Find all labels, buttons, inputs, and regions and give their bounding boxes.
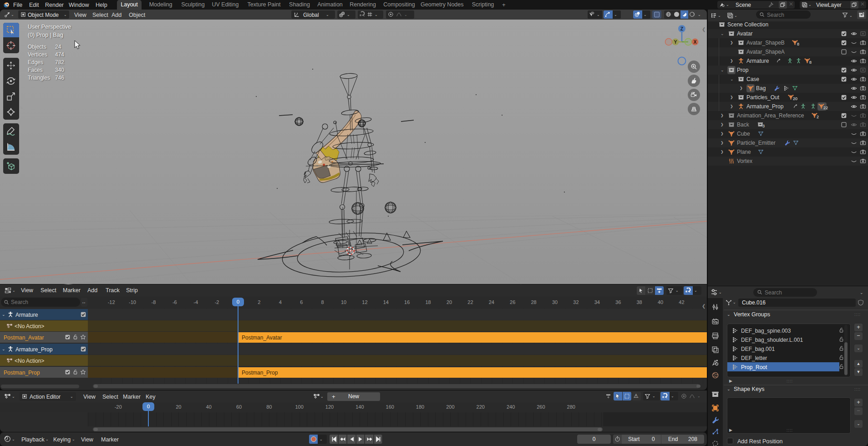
svg-text:Y: Y (674, 39, 677, 45)
svg-text:X: X (693, 39, 696, 45)
svg-text:Z: Z (680, 26, 684, 31)
